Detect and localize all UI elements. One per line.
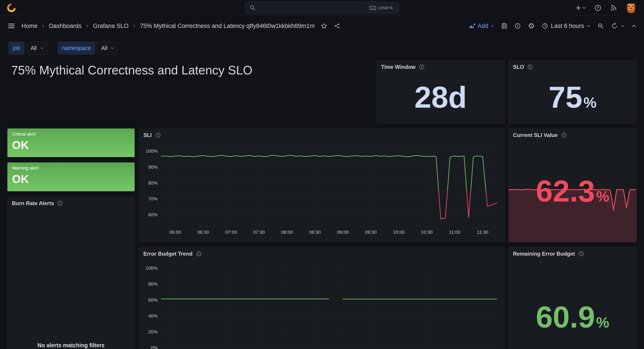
panel-header[interactable]: Error Budget Trend <box>139 247 504 260</box>
user-avatar[interactable] <box>626 2 636 13</box>
filter-job-value-dropdown[interactable]: All <box>26 41 48 55</box>
save-icon[interactable] <box>501 23 507 29</box>
panel-title: Error Budget Trend <box>143 251 192 257</box>
panel-header[interactable]: SLO <box>509 60 636 73</box>
chevron-down-icon <box>582 7 586 9</box>
current-sli-sparkline[interactable] <box>509 129 636 242</box>
chevron-down-icon <box>111 47 114 49</box>
add-button[interactable]: Add <box>469 22 494 29</box>
svg-text:0%: 0% <box>151 345 158 349</box>
dashboard-toolbar: Home Dashboards Grafana SLO 75% Mythical… <box>0 16 644 36</box>
time-range-picker[interactable]: Last 6 hours <box>542 22 590 29</box>
breadcrumb-home[interactable]: Home <box>22 22 38 29</box>
alert-status: OK <box>12 174 130 185</box>
chevron-down-icon <box>490 25 494 27</box>
breadcrumb-dashboards[interactable]: Dashboards <box>49 22 82 29</box>
panel-remaining-error-budget: Remaining Error Budget 60.9% <box>508 247 636 349</box>
svg-text:?: ? <box>597 5 599 10</box>
star-icon[interactable] <box>321 22 327 29</box>
search-shortcut-label: cmd+k <box>378 5 393 11</box>
info-icon[interactable] <box>527 64 533 70</box>
error-budget-trend-chart[interactable]: 100%80%60%40%20%0% <box>139 247 504 349</box>
rss-icon[interactable] <box>610 4 617 11</box>
svg-text:100%: 100% <box>146 148 158 153</box>
topbar-right-actions: + ? <box>576 2 644 13</box>
stat-value-area: 28d <box>377 71 504 123</box>
svg-text:09:30: 09:30 <box>365 230 376 235</box>
top-navigation-bar: cmd+k + ? <box>0 0 644 16</box>
stat-value-area: 60.9% <box>509 258 636 349</box>
svg-text:11:30: 11:30 <box>477 230 488 235</box>
alert-title: Warning alert <box>12 166 130 171</box>
chevron-down-icon <box>40 47 44 49</box>
svg-text:40%: 40% <box>148 313 158 318</box>
panel-critical-alert[interactable]: Critical alert OK <box>8 128 134 157</box>
svg-text:11:00: 11:00 <box>449 230 460 235</box>
dashboard-quick-actions <box>321 22 340 29</box>
panel-title: SLI <box>143 132 152 138</box>
slo-unit: % <box>584 94 596 111</box>
stat-value-area: 75% <box>509 71 636 123</box>
chevron-right-icon <box>86 24 89 28</box>
menu-icon[interactable] <box>8 22 15 30</box>
new-menu-button[interactable]: + <box>576 3 586 12</box>
chevron-down-icon <box>587 25 590 27</box>
filter-namespace-value-dropdown[interactable]: All <box>97 41 118 55</box>
remaining-error-budget-value: 60.9 <box>536 300 595 334</box>
panel-header[interactable]: Burn Rate Alerts <box>8 197 134 210</box>
search-input[interactable] <box>259 4 366 11</box>
keyboard-icon <box>370 6 376 10</box>
svg-text:06:00: 06:00 <box>169 230 181 235</box>
svg-text:60%: 60% <box>148 212 158 217</box>
info-circle-icon[interactable] <box>514 23 521 29</box>
panel-warning-alert[interactable]: Warning alert OK <box>8 162 134 191</box>
filter-namespace: namespace All <box>58 41 118 55</box>
panel-header[interactable]: Time Window <box>377 60 504 73</box>
panel-header[interactable]: Remaining Error Budget <box>509 247 636 260</box>
panel-time-window: Time Window 28d <box>376 60 505 124</box>
info-icon[interactable] <box>155 132 161 138</box>
svg-text:20%: 20% <box>148 329 158 334</box>
chevron-right-icon <box>42 24 45 28</box>
filter-namespace-label[interactable]: namespace <box>58 41 95 55</box>
info-icon[interactable] <box>561 132 567 138</box>
info-icon[interactable] <box>196 251 202 257</box>
info-icon[interactable] <box>419 64 425 70</box>
sli-chart[interactable]: 06:0006:3007:0007:3008:0008:3009:0009:30… <box>139 129 504 242</box>
time-range-label: Last 6 hours <box>551 22 584 29</box>
panel-sli: SLI 06:0006:3007:0007:3008:0008:3009:000… <box>139 128 505 242</box>
refresh-icon[interactable] <box>611 22 618 29</box>
settings-gear-icon[interactable]: ⚙ <box>528 22 535 30</box>
filter-namespace-value: All <box>101 45 107 51</box>
panel-header[interactable]: Current SLI Value <box>509 129 636 142</box>
panel-burn-rate-alerts: Burn Rate Alerts No alerts matching filt… <box>8 197 134 349</box>
panel-header[interactable]: SLI <box>139 129 504 142</box>
grafana-app: cmd+k + ? <box>0 0 644 349</box>
alert-status: OK <box>12 140 130 151</box>
search-bar[interactable]: cmd+k <box>245 1 399 14</box>
filter-job-label[interactable]: job <box>8 41 24 55</box>
panel-title: Time Window <box>381 64 416 70</box>
grafana-logo[interactable] <box>6 3 16 13</box>
chevron-up-icon[interactable] <box>632 24 636 27</box>
info-icon[interactable] <box>57 200 63 206</box>
empty-state-message: No alerts matching filters <box>8 342 134 349</box>
share-icon[interactable] <box>334 23 340 29</box>
help-icon[interactable]: ? <box>594 4 602 11</box>
grafana-logo-icon <box>6 3 16 13</box>
svg-text:10:00: 10:00 <box>393 230 404 235</box>
zoom-out-icon[interactable] <box>597 22 604 29</box>
svg-text:07:30: 07:30 <box>253 230 265 235</box>
breadcrumb-folder[interactable]: Grafana SLO <box>93 22 128 29</box>
info-icon[interactable] <box>578 251 584 257</box>
svg-text:100%: 100% <box>146 266 158 271</box>
clock-icon <box>542 23 548 29</box>
svg-text:06:30: 06:30 <box>197 230 209 235</box>
time-window-value: 28d <box>414 80 467 114</box>
template-variable-filters: job All namespace All <box>8 41 118 55</box>
user-avatar-image <box>626 2 636 13</box>
search-shortcut-badge: cmd+k <box>366 3 396 12</box>
panel-title: Burn Rate Alerts <box>12 200 54 206</box>
svg-text:80%: 80% <box>148 281 158 287</box>
refresh-interval-chevron-icon[interactable] <box>621 25 624 27</box>
